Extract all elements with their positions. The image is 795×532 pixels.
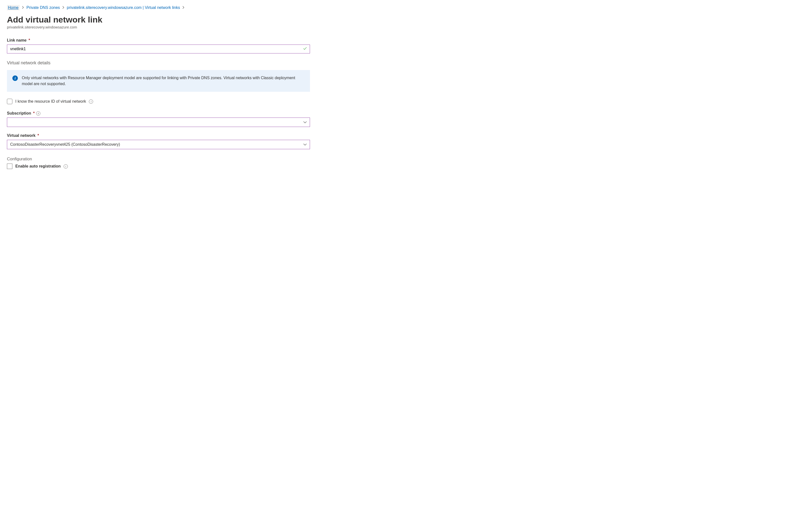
chevron-right-icon xyxy=(183,6,184,10)
page-title: Add virtual network link xyxy=(7,15,310,24)
required-asterisk: * xyxy=(37,133,39,138)
resource-id-checkbox-row: I know the resource ID of virtual networ… xyxy=(7,99,310,104)
link-name-input[interactable] xyxy=(10,46,300,52)
auto-registration-label: Enable auto registration xyxy=(15,164,61,169)
resource-id-checkbox[interactable] xyxy=(7,99,12,104)
link-name-label: Link name* xyxy=(7,38,310,42)
breadcrumb-home[interactable]: Home xyxy=(7,5,20,11)
breadcrumb-zones[interactable]: Private DNS zones xyxy=(26,5,60,10)
info-icon: i xyxy=(12,75,18,81)
required-asterisk: * xyxy=(33,111,35,116)
configuration-title: Configuration xyxy=(7,157,310,162)
info-outline-icon[interactable]: i xyxy=(36,111,40,116)
breadcrumb: Home Private DNS zones privatelink.siter… xyxy=(7,5,310,11)
virtual-network-label: Virtual network* xyxy=(7,133,310,138)
breadcrumb-zone-detail[interactable]: privatelink.siterecovery.windowsazure.co… xyxy=(67,5,180,10)
info-box: i Only virtual networks with Resource Ma… xyxy=(7,70,310,92)
chevron-down-icon xyxy=(303,120,307,125)
info-outline-icon[interactable]: i xyxy=(63,164,68,169)
required-asterisk: * xyxy=(29,38,30,42)
chevron-right-icon xyxy=(62,6,64,10)
chevron-right-icon xyxy=(22,6,24,10)
virtual-network-value: ContosoDisasterRecoveryvnet425 (ContosoD… xyxy=(10,142,120,147)
resource-id-checkbox-label: I know the resource ID of virtual networ… xyxy=(15,99,86,104)
virtual-network-dropdown[interactable]: ContosoDisasterRecoveryvnet425 (ContosoD… xyxy=(7,140,310,149)
link-name-input-wrap xyxy=(7,44,310,54)
subscription-label: Subscription* i xyxy=(7,111,310,116)
vnet-details-title: Virtual network details xyxy=(7,60,310,65)
chevron-down-icon xyxy=(303,142,307,147)
page-subtitle: privatelink.siterecovery.windowsazure.co… xyxy=(7,25,310,29)
info-text: Only virtual networks with Resource Mana… xyxy=(22,75,304,87)
auto-registration-row: Enable auto registration i xyxy=(7,164,310,169)
checkmark-icon xyxy=(303,46,307,52)
info-outline-icon[interactable]: i xyxy=(89,99,93,104)
auto-registration-checkbox[interactable] xyxy=(7,164,12,169)
subscription-dropdown[interactable] xyxy=(7,117,310,127)
